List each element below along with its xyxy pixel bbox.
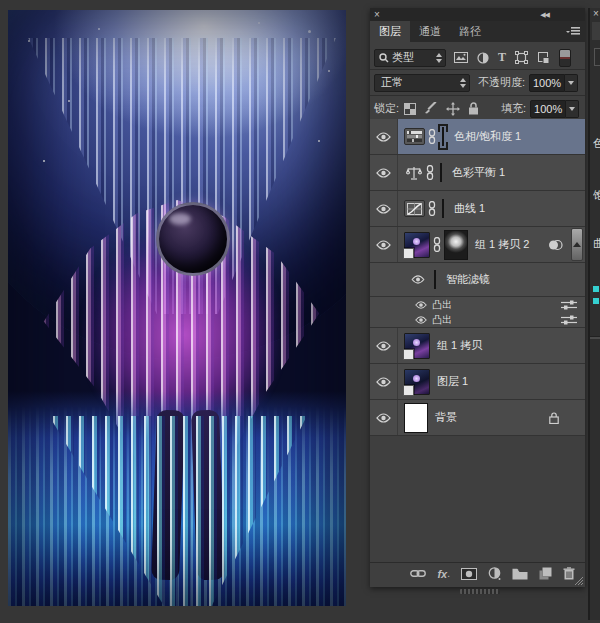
layer-row-group1-copy2[interactable]: 组 1 拷贝 2	[370, 227, 585, 263]
background-thumbnail[interactable]	[404, 403, 428, 433]
visibility-eye-icon[interactable]	[370, 301, 432, 309]
fill-input[interactable]: 100%	[530, 100, 566, 118]
layer-row-curves[interactable]: 曲线 1	[370, 191, 585, 227]
new-layer-icon[interactable]	[539, 567, 552, 580]
layer-row-color-balance[interactable]: 色彩平衡 1	[370, 155, 585, 191]
mask-link-icon[interactable]	[426, 165, 434, 180]
collapse-to-icons-icon[interactable]: ◀◀	[540, 8, 549, 21]
mask-link-icon[interactable]	[433, 237, 441, 252]
dropdown-arrows-icon	[460, 78, 466, 88]
layer-style-fx-icon[interactable]: fx.	[437, 568, 450, 580]
filter-shape-layers-icon[interactable]	[515, 51, 528, 64]
smart-object-thumbnail[interactable]	[404, 333, 430, 359]
layer-name[interactable]: 背景	[435, 410, 457, 425]
blend-mode-dropdown[interactable]: 正常	[374, 74, 470, 92]
curves-adjustment-icon[interactable]	[404, 200, 425, 217]
hue-saturation-adjustment-icon[interactable]	[404, 128, 425, 145]
mask-link-icon[interactable]	[428, 129, 436, 144]
smart-filter-row-extrude-1[interactable]: 凸出	[370, 297, 585, 312]
smart-object-thumbnail[interactable]	[404, 232, 430, 258]
layer-name[interactable]: 色彩平衡 1	[452, 165, 505, 180]
filter-name[interactable]: 凸出	[432, 298, 452, 312]
panel-close-icon[interactable]: ×	[374, 8, 380, 21]
layer-name[interactable]: 组 1 拷贝 2	[475, 237, 529, 252]
panel-drag-handle[interactable]	[460, 589, 500, 594]
visibility-eye-icon[interactable]	[370, 191, 398, 226]
document-canvas-astronaut-art[interactable]	[8, 10, 346, 606]
cutoff-control-fragment	[594, 48, 600, 66]
layer-name[interactable]: 组 1 拷贝	[437, 338, 482, 353]
layers-panel-toolbar: fx.	[370, 562, 585, 584]
layer-row-layer1[interactable]: 图层 1	[370, 364, 585, 400]
filter-name[interactable]: 凸出	[432, 313, 452, 327]
layer-mask-thumbnail-astronaut[interactable]	[444, 230, 468, 260]
lock-position-icon[interactable]	[446, 102, 460, 116]
visibility-eye-icon[interactable]	[370, 400, 398, 435]
fill-label: 填充:	[501, 101, 526, 116]
layer-mask-thumbnail[interactable]	[437, 161, 445, 185]
visibility-eye-icon[interactable]	[370, 119, 398, 154]
panel-resize-grip[interactable]	[573, 575, 583, 585]
layer-row-background[interactable]: 背景	[370, 400, 585, 436]
photoshop-workspace: { "artwork": { "colors": { "space_blue":…	[0, 0, 600, 623]
smart-filters-badge-icon	[548, 239, 563, 251]
cutoff-text-fragment: 曲	[593, 236, 600, 251]
visibility-eye-icon[interactable]	[370, 364, 398, 399]
opacity-dropdown-arrow[interactable]	[565, 74, 578, 92]
smart-filters-collapse-button[interactable]	[571, 228, 583, 261]
layer-mask-thumbnail-selected[interactable]	[439, 125, 447, 149]
color-balance-adjustment-icon[interactable]	[404, 165, 423, 180]
filter-type-layers-icon[interactable]: T	[498, 50, 506, 65]
visibility-eye-icon[interactable]	[370, 227, 398, 262]
fill-dropdown-arrow[interactable]	[566, 100, 579, 118]
panel-tab-bar: 图层 通道 路径	[370, 21, 585, 42]
filter-kind-dropdown[interactable]: 类型	[374, 49, 446, 67]
visibility-eye-icon[interactable]	[370, 328, 398, 363]
visibility-eye-icon[interactable]	[411, 275, 425, 284]
lock-transparency-icon[interactable]	[404, 103, 416, 115]
layer-mask-thumbnail[interactable]	[439, 197, 447, 221]
lock-pixels-brush-icon[interactable]	[424, 102, 438, 115]
smart-filters-header-row[interactable]: 智能滤镜	[370, 263, 585, 297]
smart-object-thumbnail[interactable]	[404, 369, 430, 395]
blend-mode-value: 正常	[381, 75, 403, 90]
blend-mode-row: 正常 不透明度: 100%	[370, 70, 585, 96]
opacity-input[interactable]: 100%	[529, 74, 565, 92]
layer-name[interactable]: 曲线 1	[454, 201, 485, 216]
layer-row-group1-copy[interactable]: 组 1 拷贝	[370, 328, 585, 364]
new-group-folder-icon[interactable]	[512, 568, 528, 580]
cutoff-thumbnail-fragment	[593, 286, 599, 292]
search-icon	[379, 53, 389, 63]
smart-filters-label: 智能滤镜	[446, 272, 490, 287]
mask-link-icon[interactable]	[428, 201, 436, 216]
art-vignette	[8, 10, 346, 606]
tab-layers[interactable]: 图层	[370, 21, 410, 42]
lock-all-icon[interactable]	[468, 102, 479, 115]
filter-adjustment-layers-icon[interactable]	[477, 52, 489, 64]
filtering-toggle-switch[interactable]	[559, 49, 571, 67]
filter-smart-objects-icon[interactable]	[537, 52, 550, 64]
tab-channels[interactable]: 通道	[410, 21, 450, 42]
layer-name[interactable]: 图层 1	[437, 374, 468, 389]
tab-paths[interactable]: 路径	[450, 21, 490, 42]
panel-close-icon: ×	[593, 8, 599, 19]
layer-list: 色相/饱和度 1 色彩平衡 1	[370, 119, 585, 436]
visibility-eye-icon[interactable]	[370, 155, 398, 190]
filter-blending-options-icon[interactable]	[561, 315, 577, 325]
cutoff-thumbnail-fragment	[593, 298, 599, 304]
filter-mask-thumbnail[interactable]	[431, 268, 439, 292]
smart-filter-row-extrude-2[interactable]: 凸出	[370, 312, 585, 328]
link-layers-icon[interactable]	[410, 569, 426, 578]
panel-menu-icon[interactable]	[565, 25, 581, 37]
filter-blending-options-icon[interactable]	[561, 300, 577, 310]
filter-pixel-layers-icon[interactable]	[454, 52, 468, 63]
add-layer-mask-icon[interactable]	[461, 568, 477, 580]
layer-row-hue-saturation[interactable]: 色相/饱和度 1	[370, 119, 585, 155]
background-lock-icon	[549, 412, 559, 424]
layers-panel: × ◀◀ 图层 通道 路径 类型 T	[370, 8, 585, 587]
layer-filter-row: 类型 T	[370, 46, 585, 70]
dropdown-arrows-icon	[436, 53, 442, 63]
new-adjustment-layer-icon[interactable]	[488, 567, 501, 580]
layer-name[interactable]: 色相/饱和度 1	[454, 129, 521, 144]
visibility-eye-icon[interactable]	[370, 316, 432, 324]
